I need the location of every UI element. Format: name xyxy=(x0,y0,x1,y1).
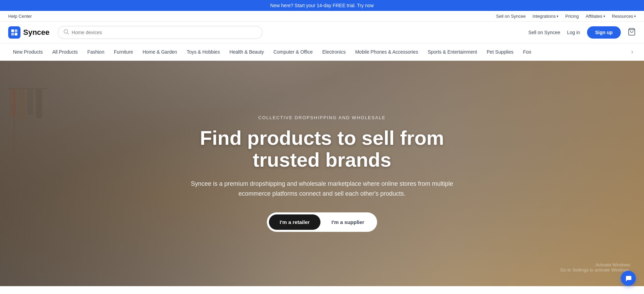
svg-rect-2 xyxy=(11,33,14,36)
windows-line1: Activate Windows xyxy=(560,262,630,267)
search-icon xyxy=(63,29,69,36)
signup-button[interactable]: Sign up xyxy=(587,26,621,39)
login-link[interactable]: Log in xyxy=(567,30,580,35)
nav-pet-supplies[interactable]: Pet Supplies xyxy=(482,44,518,60)
logo-text: Syncee xyxy=(23,28,49,37)
hero-subtitle: COLLECTIVE DROPSHIPPING AND WHOLESALE xyxy=(175,115,469,120)
retailer-button[interactable]: I'm a retailer xyxy=(269,214,321,230)
resources-menu[interactable]: Resources ▾ xyxy=(612,14,636,19)
search-input[interactable] xyxy=(72,30,257,35)
svg-rect-3 xyxy=(15,33,17,36)
svg-rect-0 xyxy=(11,29,14,32)
logo[interactable]: Syncee xyxy=(8,26,49,39)
logo-icon xyxy=(8,26,20,39)
nav-health-beauty[interactable]: Health & Beauty xyxy=(225,44,269,60)
nav-computer-office[interactable]: Computer & Office xyxy=(269,44,317,60)
nav-scroll-right[interactable]: › xyxy=(629,43,636,60)
integrations-chevron: ▾ xyxy=(557,14,558,18)
sell-on-syncee-utility[interactable]: Sell on Syncee xyxy=(496,14,526,19)
utility-right: Sell on Syncee Integrations ▾ Pricing Af… xyxy=(496,14,636,19)
pricing-link[interactable]: Pricing xyxy=(565,14,579,19)
nav-sports-entertainment[interactable]: Sports & Entertainment xyxy=(423,44,482,60)
navigation: New Products All Products Fashion Furnit… xyxy=(0,43,644,61)
windows-line2: Go to Settings to activate Windows. xyxy=(560,267,630,272)
affiliates-chevron: ▾ xyxy=(603,14,605,18)
nav-fashion[interactable]: Fashion xyxy=(83,44,109,60)
main-header: Syncee Sell on Syncee Log in Sign up xyxy=(0,22,644,43)
nav-all-products[interactable]: All Products xyxy=(47,44,83,60)
nav-new-products[interactable]: New Products xyxy=(8,44,47,60)
hero-content: COLLECTIVE DROPSHIPPING AND WHOLESALE Fi… xyxy=(169,115,476,232)
hero-section: COLLECTIVE DROPSHIPPING AND WHOLESALE Fi… xyxy=(0,61,644,286)
nav-mobile-phones[interactable]: Mobile Phones & Accessories xyxy=(350,44,423,60)
hero-cta-group: I'm a retailer I'm a supplier xyxy=(267,212,377,232)
supplier-button[interactable]: I'm a supplier xyxy=(320,214,375,230)
hero-description: Syncee is a premium dropshipping and who… xyxy=(175,179,469,199)
nav-foo[interactable]: Foo xyxy=(518,44,536,60)
integrations-menu[interactable]: Integrations ▾ xyxy=(532,14,558,19)
utility-bar: Help Center Sell on Syncee Integrations … xyxy=(0,11,644,22)
resources-label: Resources xyxy=(612,14,633,19)
help-center-link[interactable]: Help Center xyxy=(8,14,32,19)
hero-background: COLLECTIVE DROPSHIPPING AND WHOLESALE Fi… xyxy=(0,61,644,286)
cart-icon[interactable] xyxy=(628,28,636,38)
search-bar[interactable] xyxy=(58,26,262,39)
svg-rect-1 xyxy=(15,29,17,32)
chat-widget[interactable] xyxy=(621,271,636,286)
banner-text: New here? Start your 14-day FREE trial. … xyxy=(270,3,374,8)
integrations-label: Integrations xyxy=(532,14,556,19)
nav-furniture[interactable]: Furniture xyxy=(109,44,138,60)
affiliates-menu[interactable]: Affiliates ▾ xyxy=(586,14,605,19)
resources-chevron: ▾ xyxy=(634,14,636,18)
affiliates-label: Affiliates xyxy=(586,14,602,19)
hero-title: Find products to sell from trusted brand… xyxy=(175,127,469,171)
windows-watermark: Activate Windows Go to Settings to activ… xyxy=(560,262,630,272)
top-banner: New here? Start your 14-day FREE trial. … xyxy=(0,0,644,11)
header-right: Sell on Syncee Log in Sign up xyxy=(528,26,636,39)
nav-home-garden[interactable]: Home & Garden xyxy=(138,44,182,60)
sell-on-syncee-header[interactable]: Sell on Syncee xyxy=(528,30,560,35)
svg-line-5 xyxy=(67,33,69,34)
nav-electronics[interactable]: Electronics xyxy=(317,44,350,60)
nav-toys-hobbies[interactable]: Toys & Hobbies xyxy=(182,44,225,60)
